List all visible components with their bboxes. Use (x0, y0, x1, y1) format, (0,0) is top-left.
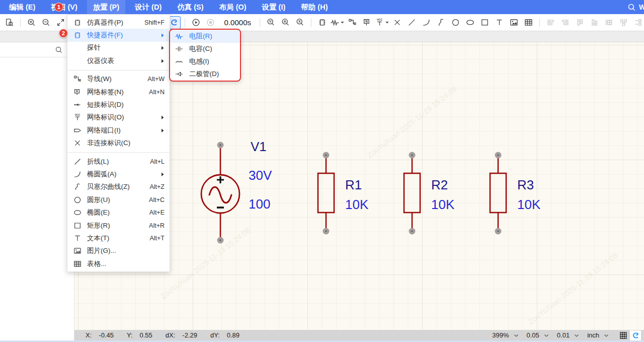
zoom-out-icon-button[interactable] (40, 16, 53, 29)
quick-submenu-item[interactable]: 电阻(R) (170, 30, 240, 43)
wire-icon-button[interactable] (346, 16, 359, 29)
ellipse-icon-button[interactable] (464, 16, 477, 29)
no-connect-icon-button[interactable] (391, 16, 404, 29)
svg-text:N: N (76, 90, 78, 93)
toolbar-tools-group: 0.0000sVAXNVCC (167, 14, 644, 31)
place-menu-item[interactable]: 图片(G)... (67, 245, 170, 257)
zoom-in-icon-button[interactable] (25, 16, 38, 29)
image-icon-button[interactable] (508, 16, 521, 29)
sim-mode-icon-button[interactable] (630, 330, 641, 340)
table-icon (73, 260, 82, 268)
status-bar-controls: 399%0.050.01inch (492, 330, 644, 340)
simulation-time-display: 0.0000s (220, 18, 251, 27)
place-menu-item[interactable]: N网络标签(N)Alt+N (67, 86, 170, 98)
resistor-value-label[interactable]: 10K (517, 197, 541, 212)
place-menu-item[interactable]: 网络端口(I) (67, 124, 170, 136)
unit-select[interactable]: inch (587, 331, 609, 339)
quick-submenu-item[interactable]: 电容(C) (170, 43, 240, 55)
place-menu-item[interactable]: 仪器仪表 (67, 54, 170, 67)
menubar-item[interactable]: 仿真 (S) (171, 0, 209, 14)
run-simulation-icon-button[interactable] (190, 16, 203, 29)
capacitor-icon (175, 45, 183, 53)
current-probe-icon-button[interactable]: A (279, 16, 292, 29)
resistor-designator-label[interactable]: R2 (431, 177, 448, 192)
resistor-value-label[interactable]: 10K (345, 197, 369, 212)
menu-item-label: 椭圆(E) (87, 208, 110, 217)
net-label-icon: N (363, 18, 371, 27)
short-connect-icon (73, 101, 82, 109)
menu-item-shortcut: Alt+E (149, 209, 165, 216)
align-left-icon-button (544, 16, 557, 29)
place-menu-item[interactable]: 折线(L)Alt+L (67, 155, 170, 168)
resistor-designator-label[interactable]: R3 (517, 177, 534, 192)
grid-size-select[interactable]: 0.05 (527, 331, 549, 339)
resistor-designator-label[interactable]: R1 (345, 177, 362, 192)
resistor-R1[interactable] (318, 152, 334, 235)
place-menu-item[interactable]: 文本(T)Alt+T (67, 232, 170, 244)
table-icon-button[interactable] (522, 16, 535, 29)
menubar-item[interactable]: 编辑 (E) (3, 0, 41, 14)
voltage-source-V1[interactable] (201, 142, 239, 244)
quick-submenu-item[interactable]: 二极管(D) (170, 67, 240, 80)
net-label-icon-button[interactable]: N (361, 16, 374, 29)
circle-icon (451, 18, 460, 27)
menubar-item-active[interactable]: 放置 (P) (87, 0, 125, 14)
voltage-probe-icon-button[interactable]: V (265, 16, 278, 29)
rect-icon-button[interactable] (478, 16, 492, 29)
place-menu-item[interactable]: 仿真器件(P)Shift+F (67, 16, 170, 29)
terminal-dot (217, 142, 224, 149)
global-search-button[interactable] (624, 0, 639, 14)
arc-icon-button[interactable] (420, 16, 433, 29)
chip-icon (73, 19, 82, 27)
zoom-in-icon (27, 18, 36, 27)
grid-toggle-icon-button[interactable] (618, 330, 629, 340)
resistor-R2[interactable] (404, 152, 420, 235)
fit-view-icon-button[interactable] (54, 16, 67, 29)
vcc-flag-icon-button[interactable]: VCC (375, 16, 389, 29)
resistor-R3[interactable] (490, 152, 506, 235)
place-menu-item[interactable]: 圆形(U)Alt+C (67, 193, 170, 206)
place-menu-item[interactable]: 椭圆(E)Alt+E (67, 206, 170, 219)
zoom-level-select[interactable]: 399% (492, 331, 518, 339)
place-menu-item[interactable]: 快捷器件(F) (67, 29, 170, 41)
source-value-label[interactable]: 30V (249, 168, 272, 183)
design-manager-icon-button[interactable] (3, 16, 16, 29)
place-menu-item[interactable]: 导线(W)Alt+W (67, 73, 170, 86)
svg-text:A: A (284, 20, 286, 23)
menu-item-shortcut: Alt+T (149, 235, 165, 242)
coordinate-value: 0.89 (227, 331, 239, 339)
source-param-label[interactable]: 100 (249, 196, 270, 212)
place-menu-item[interactable]: VCC网络标识(O) (67, 111, 170, 124)
menubar-item[interactable]: 视图 (V) (45, 0, 83, 14)
toolbar-separator (20, 18, 21, 27)
text-icon-button[interactable] (493, 16, 506, 29)
quick-submenu-item[interactable]: 电感(I) (170, 55, 240, 68)
source-designator-label[interactable]: V1 (251, 139, 267, 154)
place-menu-item[interactable]: 矩形(R)Alt+R (67, 219, 170, 232)
submenu-arrow-icon (160, 115, 165, 120)
place-menu-item[interactable]: 椭圆弧(A) (67, 168, 170, 180)
menu-item-label: 网络端口(I) (87, 126, 121, 135)
circle-icon-button[interactable] (449, 16, 462, 29)
resistor-icon-button[interactable] (331, 16, 345, 29)
resistor-value-label[interactable]: 10K (431, 197, 455, 212)
power-probe-icon-button[interactable]: X (294, 16, 307, 29)
line-icon-button[interactable] (406, 16, 419, 29)
chip-icon-button[interactable] (316, 16, 329, 29)
place-menu-item[interactable]: 非连接标识(C) (67, 137, 170, 150)
user-avatar-partial[interactable]: W (639, 3, 644, 11)
menubar-item[interactable]: 设计 (D) (129, 0, 168, 14)
rect-icon (480, 18, 489, 27)
menubar-item[interactable]: 布局 (O) (213, 0, 253, 14)
place-menu-item[interactable]: 表格... (67, 257, 170, 270)
svg-text:VCC: VCC (75, 113, 80, 116)
place-menu-item[interactable]: 短接标识(D) (67, 98, 170, 111)
menubar-item[interactable]: 设置 (I) (256, 0, 292, 14)
terminal-dot (495, 228, 502, 235)
snap-size-select[interactable]: 0.01 (557, 331, 579, 339)
bezier-icon-button[interactable] (435, 16, 448, 29)
place-menu-item[interactable]: 探针 (67, 42, 170, 54)
place-menu-item[interactable]: 贝塞尔曲线(Z)Alt+Z (67, 181, 170, 193)
menu-item-label: 网络标识(O) (87, 113, 124, 122)
menubar-item[interactable]: 帮助 (H) (295, 0, 334, 14)
